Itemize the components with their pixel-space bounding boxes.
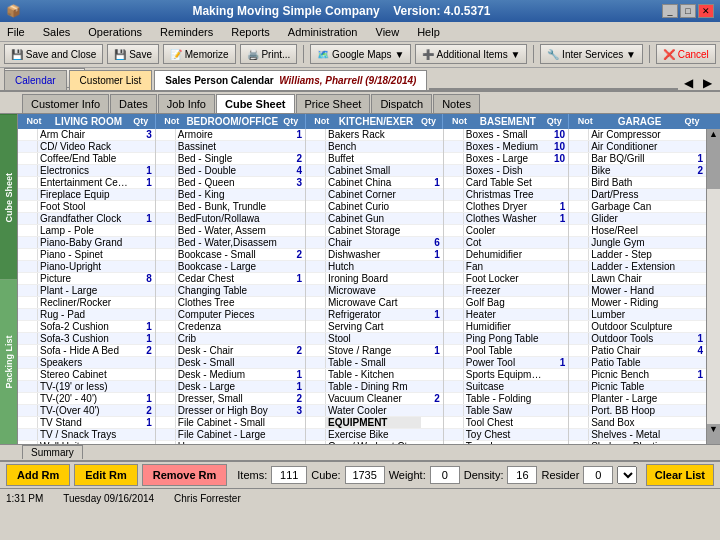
- add-rm-button[interactable]: Add Rm: [6, 464, 70, 486]
- not-checkbox[interactable]: [569, 429, 589, 440]
- not-checkbox[interactable]: [444, 393, 464, 404]
- menu-reminders[interactable]: Reminders: [157, 25, 216, 39]
- not-checkbox[interactable]: [306, 417, 326, 428]
- not-checkbox[interactable]: [306, 357, 326, 368]
- not-checkbox[interactable]: [306, 129, 326, 140]
- not-checkbox[interactable]: [18, 441, 38, 444]
- not-checkbox[interactable]: [306, 369, 326, 380]
- not-checkbox[interactable]: [156, 345, 176, 356]
- save-button[interactable]: 💾 Save: [107, 44, 159, 64]
- not-checkbox[interactable]: [306, 141, 326, 152]
- remove-rm-button[interactable]: Remove Rm: [142, 464, 228, 486]
- scroll-up[interactable]: ▲: [707, 129, 720, 149]
- not-checkbox[interactable]: [444, 357, 464, 368]
- menu-operations[interactable]: Operations: [85, 25, 145, 39]
- not-checkbox[interactable]: [569, 357, 589, 368]
- summary-tab[interactable]: Summary: [22, 445, 83, 459]
- not-checkbox[interactable]: [156, 237, 176, 248]
- tab-calendar[interactable]: Calendar: [4, 70, 67, 90]
- not-checkbox[interactable]: [569, 285, 589, 296]
- not-checkbox[interactable]: [444, 213, 464, 224]
- not-checkbox[interactable]: [156, 285, 176, 296]
- cancel-button[interactable]: ❌ Cancel: [656, 44, 716, 64]
- not-checkbox[interactable]: [156, 369, 176, 380]
- not-checkbox[interactable]: [156, 333, 176, 344]
- weight-field[interactable]: [430, 466, 460, 484]
- tab-salesperson-calendar[interactable]: Sales Person Calendar Williams, Pharrell…: [154, 70, 427, 90]
- not-checkbox[interactable]: [18, 309, 38, 320]
- not-checkbox[interactable]: [18, 429, 38, 440]
- not-checkbox[interactable]: [18, 345, 38, 356]
- not-checkbox[interactable]: [306, 261, 326, 272]
- not-checkbox[interactable]: [156, 225, 176, 236]
- inter-services-button[interactable]: 🔧 Inter Services ▼: [540, 44, 643, 64]
- not-checkbox[interactable]: [18, 129, 38, 140]
- resider-field[interactable]: [583, 466, 613, 484]
- not-checkbox[interactable]: [569, 369, 589, 380]
- not-checkbox[interactable]: [306, 321, 326, 332]
- not-checkbox[interactable]: [18, 273, 38, 284]
- not-checkbox[interactable]: [306, 177, 326, 188]
- menu-view[interactable]: View: [373, 25, 403, 39]
- density-field[interactable]: [507, 466, 537, 484]
- not-checkbox[interactable]: [306, 189, 326, 200]
- not-checkbox[interactable]: [306, 405, 326, 416]
- not-checkbox[interactable]: [444, 285, 464, 296]
- not-checkbox[interactable]: [306, 345, 326, 356]
- side-tab-packing-list[interactable]: Packing List: [0, 280, 17, 445]
- not-checkbox[interactable]: [18, 381, 38, 392]
- not-checkbox[interactable]: [569, 261, 589, 272]
- not-checkbox[interactable]: [569, 333, 589, 344]
- sub-tab-dates[interactable]: Dates: [110, 94, 157, 113]
- not-checkbox[interactable]: [444, 165, 464, 176]
- not-checkbox[interactable]: [569, 297, 589, 308]
- not-checkbox[interactable]: [444, 333, 464, 344]
- not-checkbox[interactable]: [18, 369, 38, 380]
- print-button[interactable]: 🖨️ Print...: [240, 44, 298, 64]
- not-checkbox[interactable]: [156, 129, 176, 140]
- not-checkbox[interactable]: [156, 273, 176, 284]
- not-checkbox[interactable]: [444, 381, 464, 392]
- not-checkbox[interactable]: [444, 345, 464, 356]
- not-checkbox[interactable]: [569, 153, 589, 164]
- not-checkbox[interactable]: [18, 189, 38, 200]
- not-checkbox[interactable]: [569, 273, 589, 284]
- not-checkbox[interactable]: [306, 429, 326, 440]
- not-checkbox[interactable]: [306, 309, 326, 320]
- not-checkbox[interactable]: [156, 177, 176, 188]
- not-checkbox[interactable]: [18, 213, 38, 224]
- scrollbar[interactable]: ▲ ▼: [706, 129, 720, 444]
- not-checkbox[interactable]: [306, 333, 326, 344]
- not-checkbox[interactable]: [18, 249, 38, 260]
- not-checkbox[interactable]: [444, 237, 464, 248]
- not-checkbox[interactable]: [444, 201, 464, 212]
- not-checkbox[interactable]: [156, 249, 176, 260]
- not-checkbox[interactable]: [569, 129, 589, 140]
- not-checkbox[interactable]: [569, 405, 589, 416]
- scroll-thumb[interactable]: [707, 149, 720, 189]
- save-close-button[interactable]: 💾 Save and Close: [4, 44, 103, 64]
- not-checkbox[interactable]: [18, 225, 38, 236]
- not-checkbox[interactable]: [444, 129, 464, 140]
- not-checkbox[interactable]: [444, 321, 464, 332]
- not-checkbox[interactable]: [444, 225, 464, 236]
- not-checkbox[interactable]: [444, 153, 464, 164]
- not-checkbox[interactable]: [156, 297, 176, 308]
- not-checkbox[interactable]: [569, 141, 589, 152]
- not-checkbox[interactable]: [156, 321, 176, 332]
- not-checkbox[interactable]: [156, 261, 176, 272]
- items-field[interactable]: [271, 466, 307, 484]
- not-checkbox[interactable]: [156, 201, 176, 212]
- not-checkbox[interactable]: [306, 297, 326, 308]
- memorize-button[interactable]: 📝 Memorize: [163, 44, 236, 64]
- sub-tab-dispatch[interactable]: Dispatch: [371, 94, 432, 113]
- not-checkbox[interactable]: [569, 309, 589, 320]
- not-checkbox[interactable]: [306, 237, 326, 248]
- not-checkbox[interactable]: [306, 249, 326, 260]
- not-checkbox[interactable]: [306, 393, 326, 404]
- not-checkbox[interactable]: [156, 381, 176, 392]
- sub-tab-price-sheet[interactable]: Price Sheet: [296, 94, 371, 113]
- not-checkbox[interactable]: [156, 213, 176, 224]
- not-checkbox[interactable]: [569, 441, 589, 444]
- not-checkbox[interactable]: [569, 321, 589, 332]
